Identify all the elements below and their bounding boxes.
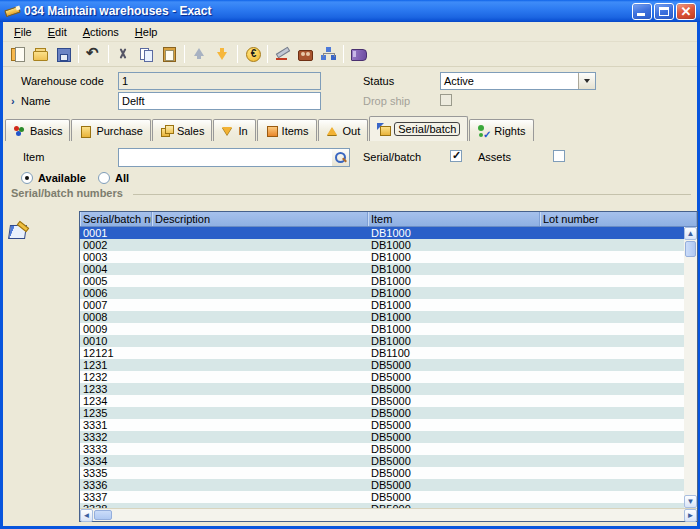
tab-in[interactable]: In xyxy=(213,119,255,141)
close-button[interactable]: ✕ xyxy=(676,3,696,20)
column-header-item[interactable]: Item xyxy=(368,212,540,226)
drop-ship-checkbox xyxy=(440,94,452,106)
preview-icon xyxy=(297,46,314,62)
cell xyxy=(540,383,684,395)
edit-pen-button[interactable] xyxy=(271,43,294,65)
table-row[interactable]: 0002DB1000 xyxy=(80,239,684,251)
table-row[interactable]: 3334DB5000 xyxy=(80,455,684,467)
up-arrow-button[interactable] xyxy=(188,43,211,65)
table-row[interactable]: 1232DB5000 xyxy=(80,371,684,383)
table-row[interactable]: 3338DB5000 xyxy=(80,503,684,508)
column-header-lot-number[interactable]: Lot number xyxy=(540,212,697,226)
serial-batch-checkbox[interactable] xyxy=(450,150,462,162)
menu-help[interactable]: Help xyxy=(127,23,166,41)
cell xyxy=(152,335,368,347)
cell xyxy=(540,311,684,323)
search-icon[interactable] xyxy=(332,149,349,166)
table-row[interactable]: 3336DB5000 xyxy=(80,479,684,491)
vertical-scrollbar[interactable]: ▲ ▼ xyxy=(684,227,697,508)
title-bar: 034 Maintain warehouses - Exact ✕ xyxy=(0,0,700,22)
tab-serial-batch[interactable]: Serial/batch xyxy=(369,116,468,141)
tab-purchase[interactable]: Purchase xyxy=(71,119,150,141)
cell: DB5000 xyxy=(368,407,540,419)
paste-button[interactable] xyxy=(158,43,181,65)
scroll-down-icon[interactable]: ▼ xyxy=(684,495,697,508)
new-button[interactable] xyxy=(6,43,29,65)
table-row[interactable]: 0008DB1000 xyxy=(80,311,684,323)
table-row[interactable]: 1234DB5000 xyxy=(80,395,684,407)
organization-button[interactable] xyxy=(317,43,340,65)
table-row[interactable]: 3337DB5000 xyxy=(80,491,684,503)
tab-items[interactable]: Items xyxy=(257,119,317,141)
item-search-input[interactable] xyxy=(119,149,332,166)
scroll-up-icon[interactable]: ▲ xyxy=(684,227,697,240)
vertical-scroll-thumb[interactable] xyxy=(685,241,696,257)
column-header-description[interactable]: Description xyxy=(152,212,368,226)
table-row[interactable]: 0007DB1000 xyxy=(80,299,684,311)
help-book-button[interactable] xyxy=(347,43,370,65)
preview-button[interactable] xyxy=(294,43,317,65)
table-row[interactable]: 1233DB5000 xyxy=(80,383,684,395)
header-form: Warehouse code › Name Status Active Drop… xyxy=(3,68,697,114)
minimize-icon xyxy=(637,13,645,16)
cell xyxy=(540,335,684,347)
table-row[interactable]: 1235DB5000 xyxy=(80,407,684,419)
maximize-button[interactable] xyxy=(654,3,674,20)
status-dropdown[interactable]: Active xyxy=(440,72,596,90)
cell xyxy=(152,227,368,239)
tab-basics[interactable]: Basics xyxy=(5,119,70,141)
tab-out[interactable]: Out xyxy=(318,119,369,141)
tab-sales[interactable]: Sales xyxy=(152,119,213,141)
table-row[interactable]: 3332DB5000 xyxy=(80,431,684,443)
new-icon xyxy=(9,46,26,62)
item-search-field[interactable] xyxy=(118,148,350,167)
save-button[interactable] xyxy=(52,43,75,65)
copy-button[interactable] xyxy=(135,43,158,65)
horizontal-scroll-thumb[interactable] xyxy=(94,510,112,520)
cell xyxy=(152,395,368,407)
cell: DB5000 xyxy=(368,359,540,371)
cell xyxy=(152,311,368,323)
table-row[interactable]: 0006DB1000 xyxy=(80,287,684,299)
name-field[interactable] xyxy=(118,92,321,110)
table-row[interactable]: 1231DB5000 xyxy=(80,359,684,371)
euro-button[interactable] xyxy=(241,43,264,65)
down-arrow-button[interactable] xyxy=(211,43,234,65)
table-row[interactable]: 3331DB5000 xyxy=(80,419,684,431)
warehouse-code-field[interactable] xyxy=(118,72,321,90)
tab-rights[interactable]: Rights xyxy=(469,119,533,141)
horizontal-scroll-track[interactable] xyxy=(113,509,684,521)
menu-edit[interactable]: Edit xyxy=(40,23,75,41)
table-row[interactable]: 3335DB5000 xyxy=(80,467,684,479)
scroll-left-icon[interactable]: ◄ xyxy=(80,509,93,522)
assets-checkbox[interactable] xyxy=(553,150,565,162)
vertical-scroll-track[interactable] xyxy=(684,258,697,495)
radio-all[interactable] xyxy=(98,172,110,184)
horizontal-scrollbar[interactable]: ◄ ► xyxy=(80,508,697,521)
menu-actions[interactable]: Actions xyxy=(75,23,127,41)
column-header-serial-batch-numbers[interactable]: Serial/batch numbers xyxy=(80,212,152,226)
menu-file[interactable]: File xyxy=(6,23,40,41)
minimize-button[interactable] xyxy=(632,3,652,20)
section-divider xyxy=(133,194,691,195)
edit-card-icon[interactable] xyxy=(9,223,29,240)
cut-button[interactable] xyxy=(112,43,135,65)
table-row[interactable]: 3333DB5000 xyxy=(80,443,684,455)
cell xyxy=(152,251,368,263)
cell xyxy=(152,419,368,431)
undo-button[interactable] xyxy=(82,43,105,65)
cell: 0001 xyxy=(80,227,152,239)
table-row[interactable]: 12121DB1100 xyxy=(80,347,684,359)
undo-icon xyxy=(85,46,102,62)
table-row[interactable]: 0004DB1000 xyxy=(80,263,684,275)
table-row[interactable]: 0010DB1000 xyxy=(80,335,684,347)
table-row[interactable]: 0005DB1000 xyxy=(80,275,684,287)
table-row[interactable]: 0003DB1000 xyxy=(80,251,684,263)
dropdown-arrow-icon[interactable] xyxy=(578,73,595,89)
table-row[interactable]: 0001DB1000 xyxy=(80,227,684,239)
scroll-right-icon[interactable]: ► xyxy=(684,509,697,522)
cut-icon xyxy=(115,46,132,62)
radio-available[interactable] xyxy=(21,172,33,184)
open-button[interactable] xyxy=(29,43,52,65)
table-row[interactable]: 0009DB1000 xyxy=(80,323,684,335)
